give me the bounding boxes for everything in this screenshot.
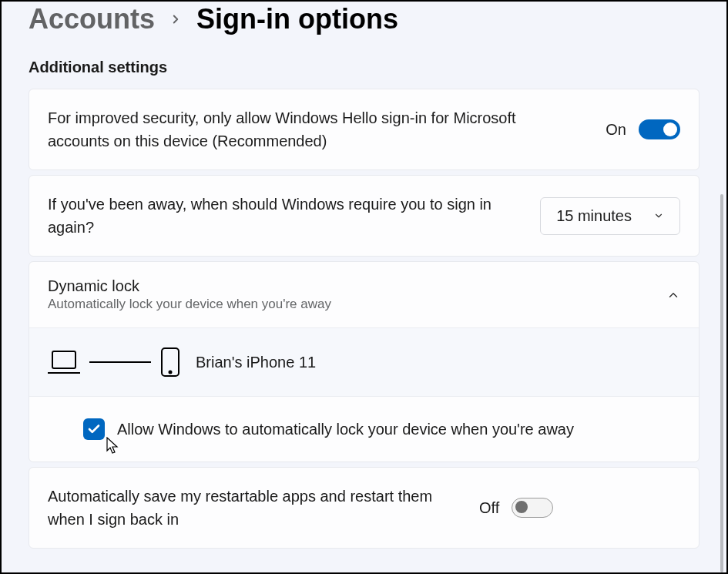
toggle-restart-apps[interactable] (512, 498, 553, 518)
chevron-up-icon (666, 288, 680, 302)
page-title: Sign-in options (196, 3, 398, 35)
breadcrumb-parent[interactable]: Accounts (29, 3, 155, 35)
setting-hello-signin: For improved security, only allow Window… (29, 89, 699, 170)
breadcrumb: Accounts Sign-in options (29, 2, 699, 59)
scrollbar[interactable] (720, 194, 723, 572)
checkbox-dynamic-lock[interactable] (83, 418, 105, 440)
svg-point-3 (169, 371, 172, 374)
dynamic-lock-checkbox-row: Allow Windows to automatically lock your… (29, 396, 699, 462)
setting-require-signin: If you've been away, when should Windows… (29, 175, 699, 257)
paired-device-name: Brian's iPhone 11 (196, 354, 316, 371)
dropdown-require-signin[interactable]: 15 minutes (540, 197, 680, 235)
setting-restart-apps-text: Automatically save my restartable apps a… (48, 485, 479, 531)
phone-icon (160, 347, 180, 378)
setting-dynamic-lock: Dynamic lock Automatically lock your dev… (29, 261, 699, 462)
dynamic-lock-device-row: Brian's iPhone 11 (29, 327, 699, 396)
setting-require-signin-text: If you've been away, when should Windows… (48, 193, 540, 239)
checkbox-dynamic-lock-label: Allow Windows to automatically lock your… (117, 421, 574, 438)
setting-restart-apps: Automatically save my restartable apps a… (29, 467, 699, 549)
dynamic-lock-title: Dynamic lock (48, 277, 666, 295)
setting-hello-text: For improved security, only allow Window… (48, 106, 606, 153)
toggle-restart-apps-label: Off (479, 499, 499, 517)
chevron-right-icon (169, 7, 183, 32)
toggle-hello[interactable] (639, 119, 680, 139)
dropdown-require-signin-value: 15 minutes (556, 207, 632, 225)
laptop-icon (48, 350, 80, 374)
section-additional-settings: Additional settings (29, 59, 699, 76)
device-pairing-illustration (48, 347, 180, 378)
link-line-icon (89, 361, 151, 363)
toggle-hello-label: On (606, 121, 626, 139)
svg-rect-0 (52, 351, 75, 368)
dynamic-lock-subtitle: Automatically lock your device when you'… (48, 297, 666, 312)
cursor-icon (106, 437, 120, 455)
dynamic-lock-header[interactable]: Dynamic lock Automatically lock your dev… (29, 262, 699, 327)
chevron-down-icon (653, 210, 664, 221)
